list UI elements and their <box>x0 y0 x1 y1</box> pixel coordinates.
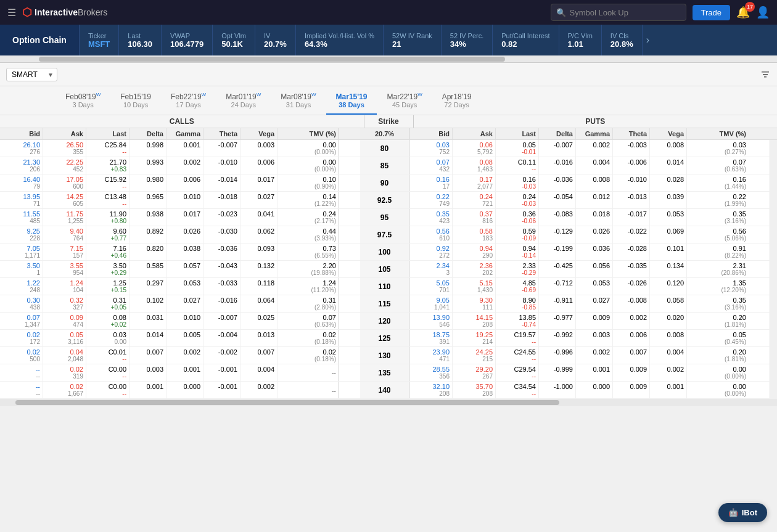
calls-ask: 3.55 954 <box>43 261 86 277</box>
table-row[interactable]: -- -- 0.02 1,667 C0.00 -- 0.001 0.000 -0… <box>0 382 777 399</box>
user-icon[interactable]: 👤 <box>756 6 770 19</box>
calls-tmv: 0.00 (0.00%) <box>278 140 339 157</box>
calls-last: C13.48 -- <box>86 192 130 208</box>
search-bar[interactable]: 🔍 Symbol Look Up <box>551 4 686 21</box>
calls-gamma: 0.010 <box>166 192 204 208</box>
calls-bid: -- -- <box>0 382 43 398</box>
date-tabs: Feb08'19W3 DaysFeb15'1910 DaysFeb22'19W1… <box>0 86 777 115</box>
puts-tmv: 0.16 (1.44%) <box>687 174 749 191</box>
date-tab-1[interactable]: Feb15'1910 Days <box>110 89 161 115</box>
calls-tmv: 2.20 (19.88%) <box>278 261 339 277</box>
table-row[interactable]: 13.95 71 14.25 605 C13.48 -- 0.965 0.010… <box>0 192 777 209</box>
svg-rect-2 <box>764 76 767 78</box>
info-bar-right-arrow[interactable]: › <box>643 35 653 46</box>
puts-delta: -0.999 <box>539 364 576 381</box>
calls-bid: 0.30 438 <box>0 295 43 312</box>
puts-gamma: 0.027 <box>576 295 613 312</box>
date-tab-6[interactable]: Mar22'19W45 Days <box>377 89 432 115</box>
puts-gamma: 0.012 <box>576 192 613 208</box>
table-row[interactable]: 0.30 438 0.32 327 0.31 +0.05 0.102 0.027… <box>0 295 777 313</box>
calls-theta: -0.001 <box>204 364 240 381</box>
calls-theta: -0.007 <box>204 140 240 157</box>
calls-vega: 0.004 <box>240 364 278 381</box>
calls-gamma: 0.006 <box>166 174 204 191</box>
perc-value: 34% <box>450 39 483 49</box>
vwap-value: 106.4779 <box>170 39 204 49</box>
calls-theta: -0.004 <box>204 330 240 346</box>
puts-delta: -0.054 <box>539 192 576 208</box>
puts-delta: -0.083 <box>539 209 576 226</box>
puts-bid: 0.03 752 <box>409 140 453 157</box>
puts-last: C29.54 -- <box>496 364 539 381</box>
calls-ask: 0.04 2,048 <box>43 347 86 364</box>
last-value: 106.30 <box>128 39 152 49</box>
exchange-select[interactable]: SMART AMEX NYSE NASDAQ <box>6 68 57 81</box>
putcall-value: 0.82 <box>501 39 549 49</box>
puts-delta: -0.996 <box>539 347 576 364</box>
puts-ask: 14.15 208 <box>453 313 496 329</box>
calls-bid: 16.40 79 <box>0 174 43 191</box>
col-bid-calls: Bid <box>0 128 43 139</box>
puts-bid: 18.75 391 <box>409 330 453 346</box>
calls-last: 7.16 +0.46 <box>86 243 130 260</box>
table-row[interactable]: 11.55 485 11.75 1,255 11.90 +0.80 0.938 … <box>0 209 777 226</box>
date-tab-0[interactable]: Feb08'19W3 Days <box>56 89 110 115</box>
puts-gamma: 0.008 <box>576 174 613 191</box>
puts-tmv: 0.05 (0.45%) <box>687 330 749 346</box>
exchange-select-wrap[interactable]: SMART AMEX NYSE NASDAQ ▼ <box>6 68 57 81</box>
col-theta-calls: Theta <box>204 128 240 139</box>
puts-gamma: 0.009 <box>576 313 613 329</box>
notification-bell[interactable]: 🔔 17 <box>736 6 750 19</box>
date-tab-top: Mar08'19W <box>281 92 316 101</box>
puts-delta: -0.129 <box>539 226 576 243</box>
table-row[interactable]: 9.25 228 9.40 764 9.60 +0.77 0.892 0.026… <box>0 226 777 243</box>
pcvlm-value: 1.01 <box>568 39 593 49</box>
date-tab-bottom: 3 Days <box>72 101 93 108</box>
top-hscroll-thumb[interactable] <box>39 57 505 62</box>
puts-tmv: 0.20 (1.81%) <box>687 347 749 364</box>
puts-tmv: 2.31 (20.86%) <box>687 261 749 277</box>
date-tab-bottom: 38 Days <box>339 101 364 108</box>
filter-icon[interactable] <box>760 69 771 80</box>
ticker-label: Ticker <box>88 32 110 39</box>
date-tab-4[interactable]: Mar08'19W31 Days <box>271 89 326 115</box>
calls-gamma: 0.038 <box>166 243 204 260</box>
puts-bid: 9.05 1,041 <box>409 295 453 312</box>
puts-last: 4.85 -0.69 <box>496 278 539 295</box>
puts-vega: 0.134 <box>650 261 687 277</box>
table-row[interactable]: -- -- 0.02 319 C0.00 -- 0.003 0.001 -0.0… <box>0 364 777 382</box>
table-row[interactable]: 3.50 1 3.55 954 3.50 +0.29 0.585 0.057 -… <box>0 261 777 278</box>
table-row[interactable]: 1.22 248 1.24 104 1.25 +0.15 0.297 0.053… <box>0 278 777 295</box>
puts-vega: 0.053 <box>650 209 687 226</box>
date-tab-2[interactable]: Feb22'19W17 Days <box>161 89 216 115</box>
ivcls-label: IV Cls <box>610 32 633 39</box>
data-table[interactable]: 26.10 276 26.50 355 C25.84 -- 0.998 0.00… <box>0 140 777 399</box>
calls-last: 9.60 +0.77 <box>86 226 130 243</box>
table-row[interactable]: 0.07 1,347 0.09 474 0.08 +0.02 0.031 0.0… <box>0 313 777 330</box>
table-row[interactable]: 7.05 1,171 7.15 157 7.16 +0.46 0.820 0.0… <box>0 243 777 261</box>
calls-last: C15.92 -- <box>86 174 130 191</box>
table-row[interactable]: 0.02 172 0.05 3,116 0.03 0.00 0.014 0.00… <box>0 330 777 347</box>
date-tab-3[interactable]: Mar01'19W24 Days <box>216 89 271 115</box>
strike: 115 <box>360 295 409 312</box>
calls-vega: 0.041 <box>240 209 278 226</box>
search-placeholder: Symbol Look Up <box>570 8 628 17</box>
date-tab-7[interactable]: Apr18'1972 Days <box>432 89 482 115</box>
calls-delta: 0.001 <box>130 382 166 398</box>
puts-theta: 0.006 <box>613 330 650 346</box>
date-tab-5[interactable]: Mar15'1938 Days <box>326 89 377 115</box>
bottom-hscroll-thumb[interactable] <box>15 400 559 405</box>
bottom-hscroll[interactable] <box>0 399 777 406</box>
optvlm-label: Opt Vlm <box>221 32 246 39</box>
calls-delta: 0.014 <box>130 330 166 346</box>
table-row[interactable]: 16.40 79 17.05 600 C15.92 -- 0.980 0.006… <box>0 174 777 192</box>
top-hscroll[interactable] <box>0 55 777 63</box>
hamburger-icon[interactable]: ☰ <box>7 7 16 18</box>
calls-delta: 0.892 <box>130 226 166 243</box>
table-row[interactable]: 26.10 276 26.50 355 C25.84 -- 0.998 0.00… <box>0 140 777 157</box>
table-row[interactable]: 21.30 206 22.25 452 21.70 +0.83 0.993 0.… <box>0 157 777 174</box>
puts-delta: -1.000 <box>539 382 576 398</box>
trade-button[interactable]: Trade <box>693 5 730 20</box>
puts-last: C0.11 -- <box>496 157 539 174</box>
table-row[interactable]: 0.02 500 0.04 2,048 C0.01 -- 0.007 0.002… <box>0 347 777 364</box>
